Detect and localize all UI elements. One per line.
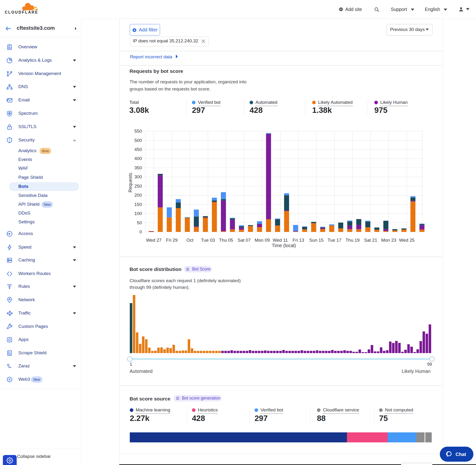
svg-text:50: 50 <box>137 220 142 225</box>
svg-text:Oct: Oct <box>186 238 194 243</box>
svg-text:Wed 11: Wed 11 <box>273 238 288 243</box>
svg-text:150: 150 <box>134 202 142 207</box>
svg-text:Mon 23: Mon 23 <box>381 238 396 243</box>
svg-text:Fri 29: Fri 29 <box>166 238 178 243</box>
svg-text:Thu 05: Thu 05 <box>219 238 233 243</box>
svg-text:Sat 07: Sat 07 <box>238 238 251 243</box>
svg-text:300: 300 <box>134 174 142 179</box>
svg-text:400: 400 <box>134 156 142 161</box>
svg-text:Thu 19: Thu 19 <box>346 238 360 243</box>
svg-text:100: 100 <box>134 211 142 216</box>
svg-text:350: 350 <box>134 165 142 170</box>
svg-text:450: 450 <box>134 147 142 152</box>
svg-text:Mon 09: Mon 09 <box>254 238 270 243</box>
svg-text:Sat 21: Sat 21 <box>364 238 377 243</box>
svg-text:550: 550 <box>134 128 142 134</box>
svg-text:Time (local): Time (local) <box>272 243 296 248</box>
svg-text:500: 500 <box>134 138 142 143</box>
svg-text:250: 250 <box>134 184 142 189</box>
svg-text:Wed 27: Wed 27 <box>146 238 161 243</box>
svg-text:Tue 17: Tue 17 <box>328 238 341 243</box>
svg-text:0: 0 <box>139 229 142 234</box>
svg-text:Sun 15: Sun 15 <box>309 238 324 243</box>
svg-text:Wed 25: Wed 25 <box>399 238 414 243</box>
svg-text:200: 200 <box>134 193 142 198</box>
svg-text:Fri 13: Fri 13 <box>293 238 304 243</box>
svg-text:Requests: Requests <box>128 173 133 193</box>
svg-text:Tue 03: Tue 03 <box>201 238 215 243</box>
